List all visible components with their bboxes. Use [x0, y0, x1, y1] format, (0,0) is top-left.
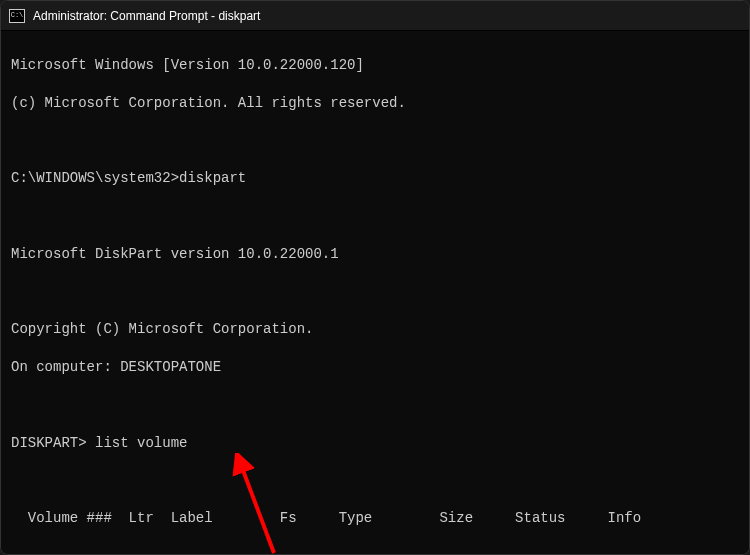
prompt-line: DISKPART> list volume — [11, 434, 739, 453]
table-header: Volume ### Ltr Label Fs Type Size Status… — [11, 509, 739, 528]
command-text: list volume — [95, 435, 187, 451]
terminal-output[interactable]: Microsoft Windows [Version 10.0.22000.12… — [1, 31, 749, 554]
diskpart-prompt: DISKPART> — [11, 435, 87, 451]
window-title: Administrator: Command Prompt - diskpart — [33, 9, 260, 23]
blank-line — [11, 207, 739, 226]
computer-line: On computer: DESKTOPATONE — [11, 358, 739, 377]
diskpart-version: Microsoft DiskPart version 10.0.22000.1 — [11, 245, 739, 264]
banner-line: (c) Microsoft Corporation. All rights re… — [11, 94, 739, 113]
prompt-line: C:\WINDOWS\system32>diskpart — [11, 169, 739, 188]
blank-line — [11, 471, 739, 490]
cmd-icon: C:\ — [9, 9, 25, 23]
annotation-arrow-icon — [229, 453, 289, 554]
prompt-path: C:\WINDOWS\system32> — [11, 170, 179, 186]
titlebar[interactable]: C:\ Administrator: Command Prompt - disk… — [1, 1, 749, 31]
command-text: diskpart — [179, 170, 246, 186]
copyright-line: Copyright (C) Microsoft Corporation. — [11, 320, 739, 339]
blank-line — [11, 396, 739, 415]
blank-line — [11, 131, 739, 150]
command-prompt-window: C:\ Administrator: Command Prompt - disk… — [0, 0, 750, 555]
banner-line: Microsoft Windows [Version 10.0.22000.12… — [11, 56, 739, 75]
table-divider: ---------- --- ----------- ----- -------… — [11, 547, 739, 554]
blank-line — [11, 283, 739, 302]
